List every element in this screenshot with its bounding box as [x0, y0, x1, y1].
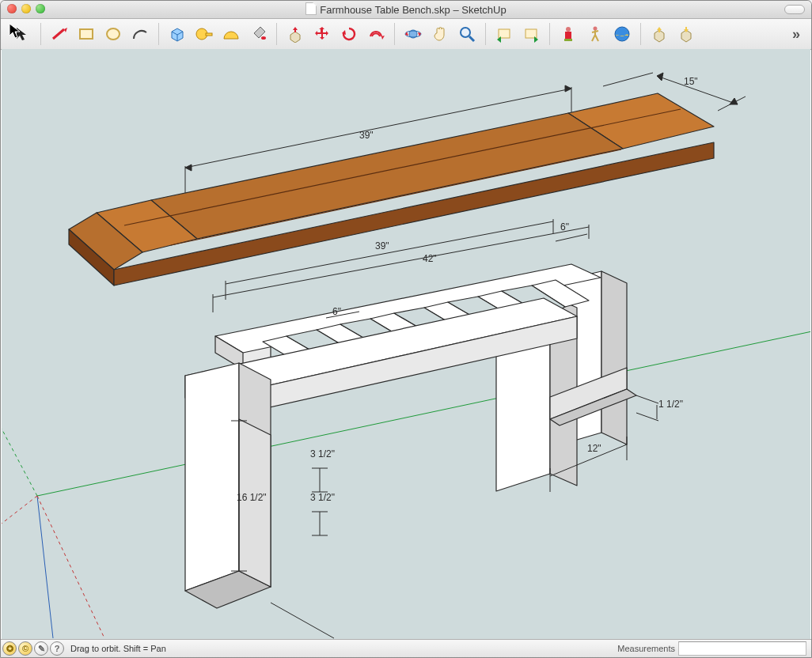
toolbar-pill-icon[interactable] — [784, 5, 805, 14]
svg-line-22 — [469, 36, 474, 41]
dim-leg-height: 16 1/2" — [237, 492, 267, 503]
svg-point-27 — [566, 27, 571, 32]
svg-line-41 — [37, 496, 104, 638]
select-tool[interactable] — [12, 24, 32, 44]
status-bar: ✪ © ✎ ? Drag to orbit. Shift = Pan Measu… — [1, 639, 811, 657]
svg-line-37 — [37, 496, 53, 638]
line-tool[interactable] — [49, 24, 70, 44]
make-component-tool[interactable] — [167, 24, 188, 44]
svg-line-40 — [2, 496, 37, 524]
close-window-button[interactable] — [7, 4, 17, 13]
window-controls — [7, 4, 45, 13]
svg-rect-10 — [206, 33, 212, 36]
main-toolbar: » — [1, 19, 811, 50]
dim-top-length: 39" — [359, 130, 374, 141]
dim-rail-h1: 3 1/2" — [310, 448, 335, 459]
svg-marker-13 — [290, 32, 300, 43]
svg-marker-43 — [601, 271, 627, 444]
svg-marker-14 — [293, 27, 298, 32]
rotate-tool[interactable] — [339, 24, 359, 44]
zoom-tool[interactable] — [457, 24, 477, 44]
svg-marker-84 — [730, 98, 738, 104]
model-scene — [2, 49, 810, 640]
dim-rail-h2: 3 1/2" — [310, 492, 335, 503]
svg-marker-2 — [64, 28, 67, 32]
svg-marker-68 — [239, 419, 271, 587]
svg-marker-82 — [565, 85, 571, 92]
geolocation-icon[interactable]: ✪ — [2, 641, 17, 656]
svg-rect-23 — [499, 29, 510, 38]
svg-rect-25 — [526, 29, 537, 38]
pan-tool[interactable] — [430, 24, 450, 44]
svg-marker-65 — [185, 363, 239, 591]
dim-end: 6" — [560, 221, 569, 233]
credits-icon[interactable]: © — [18, 641, 32, 656]
svg-marker-11 — [254, 27, 265, 38]
svg-point-12 — [261, 36, 266, 40]
position-camera-tool[interactable] — [558, 24, 579, 44]
tape-measure-tool[interactable] — [194, 24, 214, 44]
move-tool[interactable] — [312, 24, 332, 44]
svg-rect-28 — [565, 32, 571, 39]
minimize-window-button[interactable] — [21, 4, 31, 13]
dim-stretcher-th: 1 1/2" — [658, 399, 683, 410]
get-models-tool[interactable] — [649, 24, 670, 44]
offset-tool[interactable] — [366, 24, 386, 44]
protractor-tool[interactable] — [221, 24, 241, 44]
walk-tool[interactable] — [585, 24, 605, 44]
share-model-tool[interactable] — [676, 24, 696, 44]
dim-slat: 6" — [332, 306, 341, 317]
bench-top — [69, 93, 714, 286]
circle-tool[interactable] — [103, 24, 123, 44]
previous-view-tool[interactable] — [494, 24, 514, 44]
model-viewport[interactable]: 39" 15" 39" 42" 6" 6" 16 1/2" 3 1/2" 3 1… — [2, 49, 810, 640]
status-hint: Drag to orbit. Shift = Pan — [70, 644, 166, 653]
next-view-tool[interactable] — [521, 24, 541, 44]
svg-marker-0 — [17, 28, 26, 40]
svg-line-38 — [2, 429, 37, 496]
zoom-window-button[interactable] — [36, 4, 45, 13]
arc-tool[interactable] — [130, 24, 150, 44]
svg-rect-3 — [80, 29, 93, 39]
paint-bucket-tool[interactable] — [248, 24, 268, 44]
pushpull-tool[interactable] — [285, 24, 305, 44]
dim-top-width: 15" — [684, 76, 698, 87]
window-title: Farmhouse Table Bench.skp – SketchUp — [305, 4, 506, 16]
titlebar[interactable]: Farmhouse Table Bench.skp – SketchUp — [1, 1, 811, 19]
toolbar-overflow-button[interactable]: » — [786, 26, 806, 43]
bench-frame — [185, 264, 636, 608]
svg-marker-83 — [657, 73, 663, 81]
measurements-label: Measurements — [617, 644, 678, 653]
dim-frame-inner: 39" — [375, 240, 389, 251]
google-earth-tool[interactable] — [612, 24, 632, 44]
svg-point-21 — [461, 28, 470, 37]
svg-marker-81 — [185, 164, 192, 171]
svg-point-30 — [594, 27, 598, 31]
svg-line-1 — [53, 29, 64, 39]
help-icon[interactable]: ? — [50, 641, 64, 656]
document-icon — [305, 2, 317, 15]
svg-point-4 — [107, 28, 120, 40]
measurements-input[interactable] — [678, 641, 806, 656]
dim-frame-outer: 42" — [423, 253, 437, 264]
rectangle-tool[interactable] — [76, 24, 97, 44]
svg-rect-29 — [564, 39, 572, 41]
orbit-tool[interactable] — [403, 24, 423, 44]
axes — [2, 331, 810, 638]
claim-credit-icon[interactable]: ✎ — [34, 641, 48, 656]
app-window: Farmhouse Table Bench.skp – SketchUp — [0, 0, 812, 658]
dim-stretcher: 12" — [587, 443, 601, 454]
